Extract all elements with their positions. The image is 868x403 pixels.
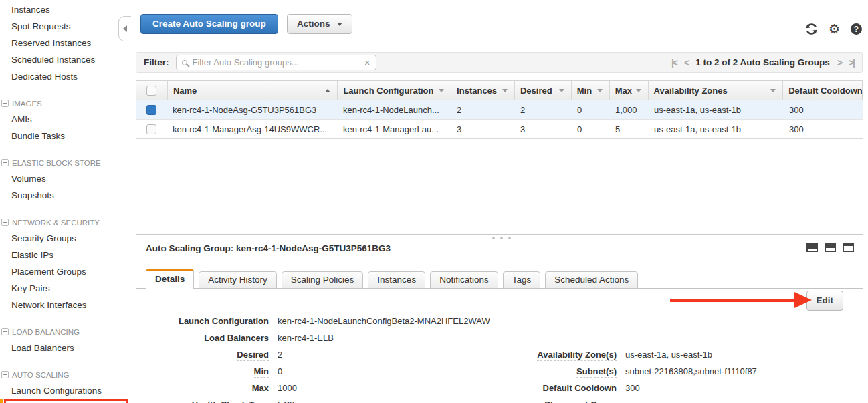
sort-down-icon xyxy=(770,89,776,92)
last-page-button[interactable]: >| xyxy=(849,57,854,68)
sidebar-item-elastic-ips[interactable]: Elastic IPs xyxy=(0,247,130,263)
sidebar-item-auto-scaling-groups[interactable]: Auto Scaling Groups xyxy=(4,399,128,403)
cell-instances: 2 xyxy=(451,100,515,119)
help-icon[interactable]: ? xyxy=(851,23,862,35)
row-checkbox[interactable] xyxy=(146,105,156,115)
field-value-max: 1000 xyxy=(278,383,297,393)
section-header-label: IMAGES xyxy=(12,100,42,108)
sidebar-item-dedicated-hosts[interactable]: Dedicated Hosts xyxy=(0,68,130,85)
column-header-default-cooldown[interactable]: Default Cooldown xyxy=(783,81,862,100)
cell-instances: 3 xyxy=(451,120,515,138)
cell-default-cooldown: 300 xyxy=(784,100,863,119)
refresh-icon[interactable] xyxy=(805,23,818,35)
sidebar-section-load-balancing: LOAD BALANCING xyxy=(0,324,130,340)
pane-large-icon[interactable] xyxy=(843,243,854,252)
cell-availability-zones: us-east-1a, us-east-1b xyxy=(649,120,784,138)
field-label-placement-group: Placement Group xyxy=(428,400,617,403)
column-header-label: Min xyxy=(577,86,592,96)
collapse-section-icon[interactable] xyxy=(1,100,9,107)
tab-scheduled-actions[interactable]: Scheduled Actions xyxy=(545,271,638,289)
table-row[interactable]: ken-rc4-1-ManagerAsg-14US9WWCR...ken-rc4… xyxy=(136,120,863,139)
sidebar-section-images: IMAGES xyxy=(0,96,130,111)
sidebar-item-spot-requests[interactable]: Spot Requests xyxy=(0,18,130,35)
first-page-button[interactable]: |< xyxy=(671,57,677,68)
field-label-health-check-type: Health Check Type xyxy=(136,400,269,403)
cell-availability-zones: us-east-1a, us-east-1b xyxy=(649,100,784,119)
sidebar-item-bundle-tasks[interactable]: Bundle Tasks xyxy=(0,128,130,144)
cell-max: 5 xyxy=(610,120,649,138)
sidebar-item-instances[interactable]: Instances xyxy=(0,1,130,18)
column-header-launch-configuration[interactable]: Launch Configuration xyxy=(338,81,451,100)
field-row-subnet-s: Subnet(s)subnet-22163808,subnet-f1110f87 xyxy=(428,364,757,381)
clear-filter-icon[interactable]: × xyxy=(364,57,370,68)
sidebar-item-volumes[interactable]: Volumes xyxy=(0,170,130,187)
next-page-button[interactable]: > xyxy=(837,57,841,68)
prev-page-button[interactable]: < xyxy=(684,57,688,68)
create-auto-scaling-group-button[interactable]: Create Auto Scaling group xyxy=(140,14,278,34)
sidebar-item-snapshots[interactable]: Snapshots xyxy=(0,187,130,204)
column-header-desired[interactable]: Desired xyxy=(515,81,572,100)
sidebar-collapse-button[interactable] xyxy=(118,16,131,41)
row-checkbox-cell xyxy=(136,120,167,138)
sidebar-nav: InstancesSpot RequestsReserved Instances… xyxy=(0,0,130,403)
sidebar-item-network-interfaces[interactable]: Network Interfaces xyxy=(0,297,130,313)
pane-medium-icon[interactable] xyxy=(825,243,836,252)
section-header-label: NETWORK & SECURITY xyxy=(12,219,100,227)
column-header-instances[interactable]: Instances xyxy=(451,81,515,100)
tab-scaling-policies[interactable]: Scaling Policies xyxy=(282,271,364,289)
sort-up-icon xyxy=(325,89,330,92)
tab-details[interactable]: Details xyxy=(146,269,194,289)
gear-icon[interactable]: ⚙ xyxy=(829,23,840,35)
filter-input[interactable] xyxy=(193,57,364,68)
cell-launch-configuration: ken-rc4-1-NodeLaunch... xyxy=(338,100,451,119)
column-header-max[interactable]: Max xyxy=(610,81,649,100)
tab-activity-history[interactable]: Activity History xyxy=(199,271,277,289)
cell-default-cooldown: 300 xyxy=(784,120,863,138)
select-all-checkbox[interactable] xyxy=(146,86,156,96)
sidebar-item-amis[interactable]: AMIs xyxy=(0,111,130,128)
field-row-placement-group: Placement Group xyxy=(428,398,757,403)
cell-desired: 2 xyxy=(515,100,572,119)
field-row-default-cooldown: Default Cooldown300 xyxy=(428,381,757,398)
sidebar-item-placement-groups[interactable]: Placement Groups xyxy=(0,263,130,280)
sort-down-icon xyxy=(502,89,508,92)
cell-launch-configuration: ken-rc4-1-ManagerLau... xyxy=(338,120,451,138)
sidebar-item-launch-configurations[interactable]: Launch Configurations xyxy=(0,382,130,399)
row-checkbox[interactable] xyxy=(146,124,156,134)
sidebar-item-load-balancers[interactable]: Load Balancers xyxy=(0,340,130,356)
sidebar-item-security-groups[interactable]: Security Groups xyxy=(0,230,130,247)
sidebar-item-key-pairs[interactable]: Key Pairs xyxy=(0,280,130,297)
table-row[interactable]: ken-rc4-1-NodeAsg-G5TU3P561BG3ken-rc4-1-… xyxy=(136,100,863,120)
collapse-section-icon[interactable] xyxy=(1,371,9,378)
column-header-availability-zones[interactable]: Availability Zones xyxy=(649,81,784,100)
pane-small-icon[interactable] xyxy=(806,243,818,252)
details-panel: Auto Scaling Group: ken-rc4-1-NodeAsg-G5… xyxy=(136,234,863,403)
column-header-label: Desired xyxy=(520,86,552,96)
pane-layout-icons xyxy=(806,243,854,252)
table-header-row: NameLaunch ConfigurationInstancesDesired… xyxy=(136,80,863,100)
sidebar-section-auto-scaling: AUTO SCALING xyxy=(0,367,130,382)
column-header-min[interactable]: Min xyxy=(572,81,610,100)
panel-resize-handle[interactable] xyxy=(492,237,511,239)
field-value-subnet-s: subnet-22163808,subnet-f1110f87 xyxy=(625,366,757,376)
collapse-section-icon[interactable] xyxy=(1,328,9,335)
field-value-launch-configuration: ken-rc4-1-NodeLaunchConfigBeta2-MNA2HFEL… xyxy=(278,316,490,326)
tab-notifications[interactable]: Notifications xyxy=(430,271,498,289)
cell-max: 1,000 xyxy=(610,100,649,119)
field-row-launch-configuration: Launch Configurationken-rc4-1-NodeLaunch… xyxy=(136,314,490,331)
column-header-name[interactable]: Name xyxy=(168,81,338,100)
field-label-desired: Desired xyxy=(136,350,269,360)
tab-tags[interactable]: Tags xyxy=(503,271,541,289)
column-header-label: Instances xyxy=(457,86,497,96)
collapse-section-icon[interactable] xyxy=(1,159,9,166)
sort-down-icon xyxy=(597,89,603,92)
field-label-default-cooldown: Default Cooldown xyxy=(428,383,617,393)
sort-down-icon xyxy=(559,89,564,92)
sidebar-item-reserved-instances[interactable]: Reserved Instances xyxy=(0,35,130,51)
tab-instances[interactable]: Instances xyxy=(368,271,425,289)
annotation-arrow-head-icon xyxy=(794,292,812,308)
sidebar-item-scheduled-instances[interactable]: Scheduled Instances xyxy=(0,51,130,68)
actions-button-label: Actions xyxy=(297,19,330,29)
collapse-section-icon[interactable] xyxy=(1,219,9,226)
actions-button[interactable]: Actions xyxy=(287,14,352,34)
